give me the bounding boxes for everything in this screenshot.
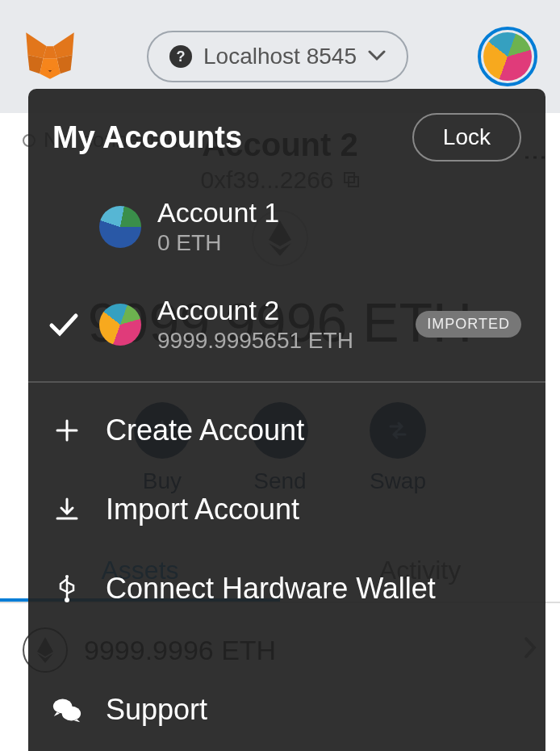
divider — [28, 381, 545, 383]
avatar-icon — [483, 32, 532, 81]
account-avatar-icon — [99, 206, 141, 248]
account-name-label: Account 2 — [157, 295, 399, 326]
svg-marker-0 — [26, 32, 47, 58]
support-button[interactable]: Support — [28, 661, 545, 751]
imported-badge: IMPORTED — [416, 311, 521, 338]
import-account-button[interactable]: Import Account — [28, 470, 545, 549]
lock-button[interactable]: Lock — [412, 113, 521, 162]
import-icon — [52, 497, 81, 522]
metamask-logo — [23, 29, 77, 84]
account-avatar-button[interactable] — [478, 27, 537, 86]
account-item-1[interactable]: Account 1 0 ETH — [28, 178, 545, 275]
account-balance-label: 0 ETH — [157, 230, 521, 256]
question-icon: ? — [169, 45, 192, 68]
account-selected-indicator — [44, 313, 83, 337]
account-avatar-icon — [99, 304, 141, 346]
account-item-2[interactable]: Account 2 9999.9995651 ETH IMPORTED — [28, 275, 545, 373]
svg-point-16 — [62, 707, 81, 721]
chevron-down-icon — [368, 50, 386, 64]
network-label: Localhost 8545 — [203, 44, 357, 69]
import-account-label: Import Account — [106, 493, 299, 527]
connect-hardware-label: Connect Hardware Wallet — [106, 572, 436, 606]
account-name-label: Account 1 — [157, 197, 521, 229]
svg-marker-1 — [53, 32, 74, 58]
check-icon — [48, 313, 79, 337]
plus-icon — [52, 417, 81, 443]
network-selector[interactable]: ? Localhost 8545 — [147, 31, 408, 82]
account-balance-label: 9999.9995651 ETH — [157, 328, 399, 354]
accounts-menu-title: My Accounts — [52, 120, 242, 155]
usb-icon — [52, 574, 81, 603]
accounts-menu: My Accounts Lock Account 1 0 ETH Account… — [28, 89, 545, 751]
support-label: Support — [106, 693, 207, 727]
svg-marker-4 — [40, 58, 61, 79]
create-account-button[interactable]: Create Account — [28, 391, 545, 470]
connect-hardware-button[interactable]: Connect Hardware Wallet — [28, 549, 545, 628]
svg-point-13 — [65, 598, 69, 602]
create-account-label: Create Account — [106, 413, 304, 447]
svg-point-14 — [65, 575, 69, 578]
chat-icon — [52, 696, 81, 724]
